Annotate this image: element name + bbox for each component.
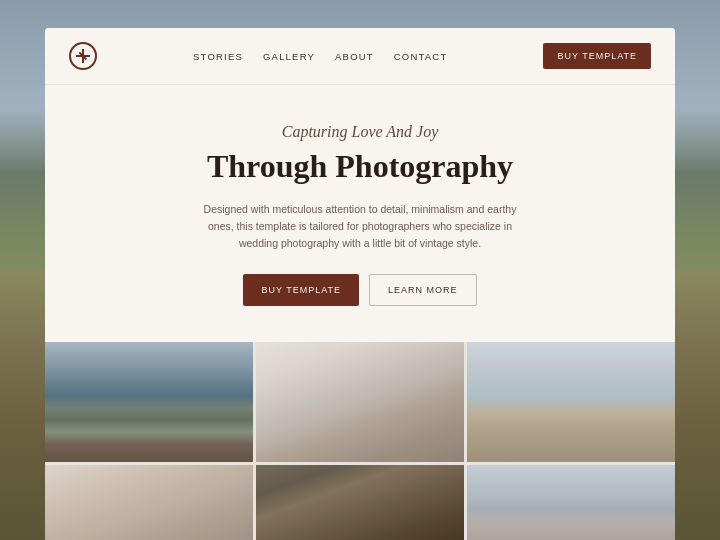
main-card: STORIES GALLERY ABOUT CONTACT BUY TEMPLA… xyxy=(45,28,675,540)
nav-link-gallery[interactable]: GALLERY xyxy=(263,51,315,62)
navbar: STORIES GALLERY ABOUT CONTACT BUY TEMPLA… xyxy=(45,28,675,85)
photo-building xyxy=(467,465,675,540)
buy-template-hero-button[interactable]: BUY TEMPLATE xyxy=(243,274,359,306)
hero-section: Capturing Love And Joy Through Photograp… xyxy=(45,85,675,342)
hero-subtitle: Capturing Love And Joy xyxy=(105,123,615,141)
learn-more-button[interactable]: LEARN MORE xyxy=(369,274,477,306)
photo-rocks xyxy=(256,465,464,540)
nav-link-about[interactable]: ABOUT xyxy=(335,51,374,62)
hero-title: Through Photography xyxy=(105,147,615,185)
logo xyxy=(69,42,97,70)
hero-description: Designed with meticulous attention to de… xyxy=(190,201,530,251)
buy-template-nav-button[interactable]: BUY TEMPLATE xyxy=(543,43,651,69)
photo-grid xyxy=(45,342,675,540)
nav-link-stories[interactable]: STORIES xyxy=(193,51,243,62)
photo-shore xyxy=(467,342,675,462)
hero-buttons: BUY TEMPLATE LEARN MORE xyxy=(105,274,615,306)
logo-icon xyxy=(69,42,97,70)
photo-portrait xyxy=(45,465,253,540)
nav-link-contact[interactable]: CONTACT xyxy=(394,51,448,62)
logo-cross-decoration xyxy=(79,52,87,60)
photo-couple xyxy=(256,342,464,462)
nav-links: STORIES GALLERY ABOUT CONTACT xyxy=(193,51,447,62)
photo-lake xyxy=(45,342,253,462)
